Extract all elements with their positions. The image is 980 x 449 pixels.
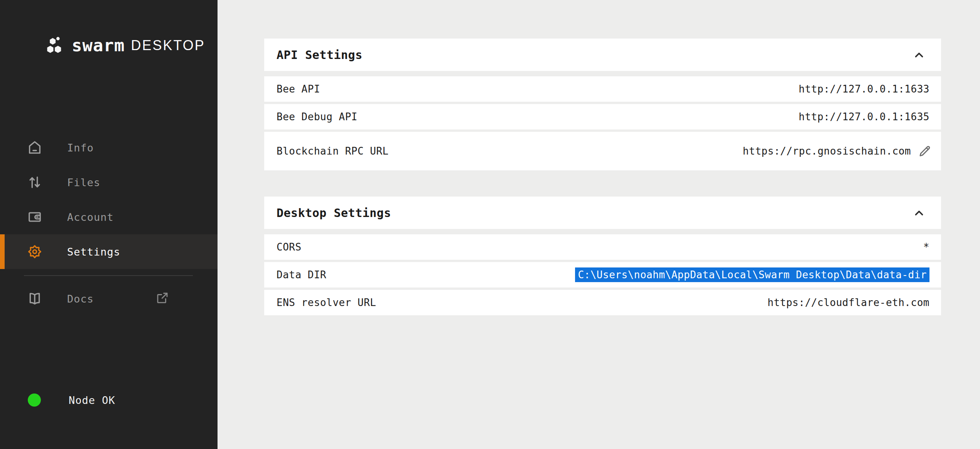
home-icon [27,140,42,155]
setting-label: Bee Debug API [277,111,358,123]
sidebar: swarm DESKTOP Info Files [0,0,218,449]
transfer-arrows-icon [27,175,42,190]
section-desktop-settings: Desktop Settings CORS * Data DIR C:\User… [264,197,941,315]
logo-text-swarm: swarm [72,35,125,55]
section-title: Desktop Settings [277,206,391,220]
setting-label: Bee API [277,83,320,95]
setting-value: http://127.0.0.1:1633 [799,83,929,95]
setting-value-group: https://rpc.gnosischain.com [743,144,932,158]
setting-row-bee-api: Bee API http://127.0.0.1:1633 [264,76,941,102]
setting-value-selected[interactable]: C:\Users\noahm\AppData\Local\Swarm Deskt… [575,267,929,282]
node-status-label: Node OK [69,394,115,406]
sidebar-item-settings[interactable]: Settings [0,234,218,269]
sidebar-item-label: Docs [67,293,94,305]
sidebar-item-files[interactable]: Files [0,165,218,200]
book-open-icon [27,291,42,306]
sidebar-item-account[interactable]: Account [0,200,218,234]
sidebar-item-label: Info [67,142,94,154]
wallet-icon [27,209,42,225]
sidebar-item-label: Files [67,177,100,188]
setting-value: http://127.0.0.1:1635 [799,111,929,123]
app-logo: swarm DESKTOP [46,35,205,55]
swarm-logo-icon [46,36,63,55]
setting-value: * [923,241,929,253]
setting-value: https://cloudflare-eth.com [767,297,929,308]
api-settings-header[interactable]: API Settings [264,39,941,71]
node-status-ok-dot [28,394,41,407]
sidebar-nav: Info Files [0,130,218,316]
section-api-settings: API Settings Bee API http://127.0.0.1:16… [264,39,941,170]
setting-value: https://rpc.gnosischain.com [743,145,911,157]
edit-pencil-icon[interactable] [918,144,932,158]
sidebar-item-info[interactable]: Info [0,130,218,165]
sidebar-item-label: Account [67,211,114,223]
swarm-desktop-app: swarm DESKTOP Info Files [0,0,980,449]
setting-row-bee-debug-api: Bee Debug API http://127.0.0.1:1635 [264,104,941,129]
setting-label: ENS resolver URL [277,297,376,308]
setting-row-data-dir: Data DIR C:\Users\noahm\AppData\Local\Sw… [264,262,941,288]
setting-label: CORS [277,241,302,253]
desktop-settings-header[interactable]: Desktop Settings [264,197,941,229]
sidebar-item-docs[interactable]: Docs [0,281,218,316]
setting-row-ens-resolver-url: ENS resolver URL https://cloudflare-eth.… [264,290,941,315]
logo-text-desktop: DESKTOP [131,37,205,54]
settings-page: API Settings Bee API http://127.0.0.1:16… [218,0,980,449]
gear-icon [27,244,42,259]
chevron-up-icon[interactable] [913,48,926,61]
sidebar-divider [24,275,193,276]
setting-label: Blockchain RPC URL [277,145,389,157]
setting-label: Data DIR [277,269,326,281]
node-status: Node OK [28,394,115,407]
sidebar-item-label: Settings [67,246,120,258]
chevron-up-icon[interactable] [913,206,926,219]
section-title: API Settings [277,48,363,62]
setting-row-blockchain-rpc-url: Blockchain RPC URL https://rpc.gnosischa… [264,132,941,170]
setting-row-cors: CORS * [264,234,941,260]
external-link-icon [156,291,169,306]
